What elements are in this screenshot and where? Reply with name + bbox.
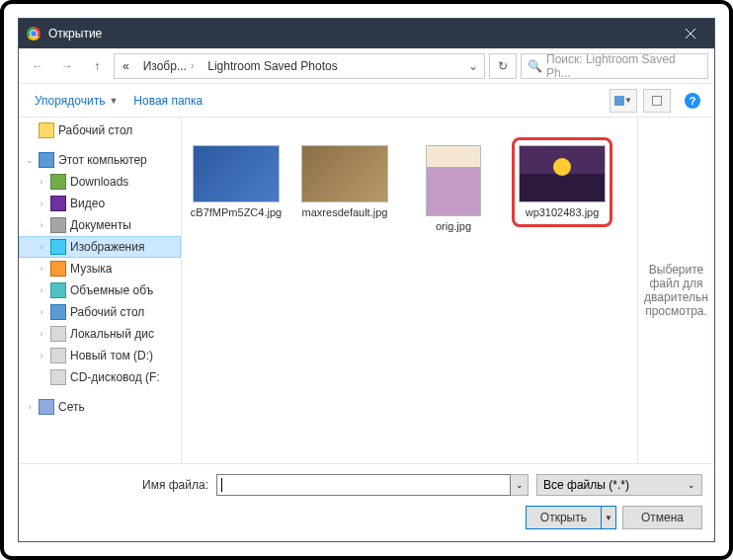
filetype-filter[interactable]: Все файлы (*.*)⌄ bbox=[536, 474, 702, 496]
search-input[interactable]: 🔍 Поиск: Lightroom Saved Ph... bbox=[521, 53, 708, 79]
window-title: Открытие bbox=[48, 27, 669, 40]
tree-local-disk[interactable]: ›Локальный дис bbox=[19, 323, 181, 345]
back-button[interactable]: ← bbox=[25, 53, 50, 79]
help-button[interactable]: ? bbox=[681, 89, 704, 113]
nav-tree: Рабочий стол ⌄Этот компьютер ›Downloads … bbox=[19, 118, 182, 463]
chevron-down-icon: ⌄ bbox=[688, 480, 695, 490]
filename-label: Имя файла: bbox=[31, 478, 208, 492]
open-dropdown[interactable]: ▼ bbox=[602, 514, 615, 522]
tree-music[interactable]: ›Музыка bbox=[19, 258, 181, 280]
file-thumbnail bbox=[193, 145, 280, 202]
refresh-button[interactable]: ↻ bbox=[489, 53, 517, 79]
tree-downloads[interactable]: ›Downloads bbox=[19, 171, 181, 193]
chevron-down-icon: ▼ bbox=[109, 96, 118, 106]
preview-hint: Выберите файл для дварительн просмотра. bbox=[644, 263, 708, 318]
tree-network[interactable]: ›Сеть bbox=[19, 396, 181, 418]
view-mode-button[interactable]: ▼ bbox=[610, 89, 637, 113]
tree-desktop2[interactable]: ›Рабочий стол bbox=[19, 301, 181, 323]
file-name: cB7fMPm5ZC4.jpg bbox=[191, 206, 282, 219]
preview-pane-icon bbox=[652, 96, 662, 106]
tree-new-volume[interactable]: ›Новый том (D:) bbox=[19, 345, 181, 366]
tree-documents[interactable]: ›Документы bbox=[19, 214, 181, 236]
search-placeholder: Поиск: Lightroom Saved Ph... bbox=[546, 52, 701, 80]
up-button[interactable]: ↑ bbox=[84, 53, 110, 79]
files-area: cB7fMPm5ZC4.jpg maxresdefault.jpg orig.j… bbox=[182, 118, 714, 463]
preview-pane-button[interactable] bbox=[643, 89, 671, 113]
file-item-highlighted[interactable]: wp3102483.jpg bbox=[512, 137, 612, 227]
filename-input[interactable] bbox=[216, 474, 511, 496]
tree-videos[interactable]: ›Видео bbox=[19, 193, 181, 214]
path-dropdown[interactable]: ⌄ bbox=[464, 59, 482, 73]
path-bar[interactable]: « Изобр...› Lightroom Saved Photos ⌄ bbox=[114, 53, 485, 79]
file-thumbnail bbox=[426, 145, 481, 216]
dialog-body: Рабочий стол ⌄Этот компьютер ›Downloads … bbox=[19, 118, 714, 463]
cancel-button[interactable]: Отмена bbox=[622, 506, 702, 529]
help-icon: ? bbox=[685, 93, 700, 109]
breadcrumb-seg2[interactable]: Lightroom Saved Photos bbox=[202, 57, 343, 75]
preview-pane: Выберите файл для дварительн просмотра. bbox=[637, 118, 714, 463]
thumbnails-icon bbox=[614, 96, 624, 106]
tree-3d-objects[interactable]: ›Объемные объ bbox=[19, 280, 181, 301]
chevron-right-icon: › bbox=[191, 60, 194, 71]
search-icon: 🔍 bbox=[528, 59, 542, 73]
tree-images[interactable]: ›Изображения bbox=[19, 236, 181, 258]
titlebar: Открытие bbox=[19, 19, 714, 48]
file-thumbnail bbox=[519, 145, 606, 202]
close-button[interactable] bbox=[669, 19, 712, 48]
open-file-dialog: Открытие ← → ↑ « Изобр...› Lightroom Sav… bbox=[18, 18, 715, 542]
file-item[interactable]: orig.jpg bbox=[403, 137, 504, 241]
forward-button: → bbox=[54, 53, 80, 79]
double-chevron-left-icon: « bbox=[122, 59, 129, 73]
tree-desktop[interactable]: Рабочий стол bbox=[19, 120, 181, 141]
new-folder-button[interactable]: Новая папка bbox=[127, 90, 208, 112]
filename-dropdown[interactable]: ⌄ bbox=[511, 474, 529, 496]
close-icon bbox=[686, 29, 695, 39]
toolbar: Упорядочить▼ Новая папка ▼ ? bbox=[19, 84, 714, 118]
breadcrumb-seg1[interactable]: Изобр...› bbox=[137, 57, 201, 75]
file-name: orig.jpg bbox=[436, 220, 471, 233]
file-item[interactable]: cB7fMPm5ZC4.jpg bbox=[186, 137, 286, 227]
tree-this-pc[interactable]: ⌄Этот компьютер bbox=[19, 149, 181, 171]
file-item[interactable]: maxresdefault.jpg bbox=[294, 137, 395, 227]
files-grid[interactable]: cB7fMPm5ZC4.jpg maxresdefault.jpg orig.j… bbox=[182, 118, 637, 463]
file-name: wp3102483.jpg bbox=[526, 206, 600, 219]
chrome-icon bbox=[27, 27, 41, 40]
file-thumbnail bbox=[301, 145, 388, 202]
tree-cd-drive[interactable]: CD-дисковод (F: bbox=[19, 366, 181, 388]
file-name: maxresdefault.jpg bbox=[302, 206, 388, 219]
footer: Имя файла: ⌄ Все файлы (*.*)⌄ Открыть ▼ … bbox=[19, 463, 714, 541]
organize-button[interactable]: Упорядочить▼ bbox=[29, 90, 123, 112]
navbar: ← → ↑ « Изобр...› Lightroom Saved Photos… bbox=[19, 48, 714, 84]
open-button[interactable]: Открыть ▼ bbox=[526, 506, 616, 529]
